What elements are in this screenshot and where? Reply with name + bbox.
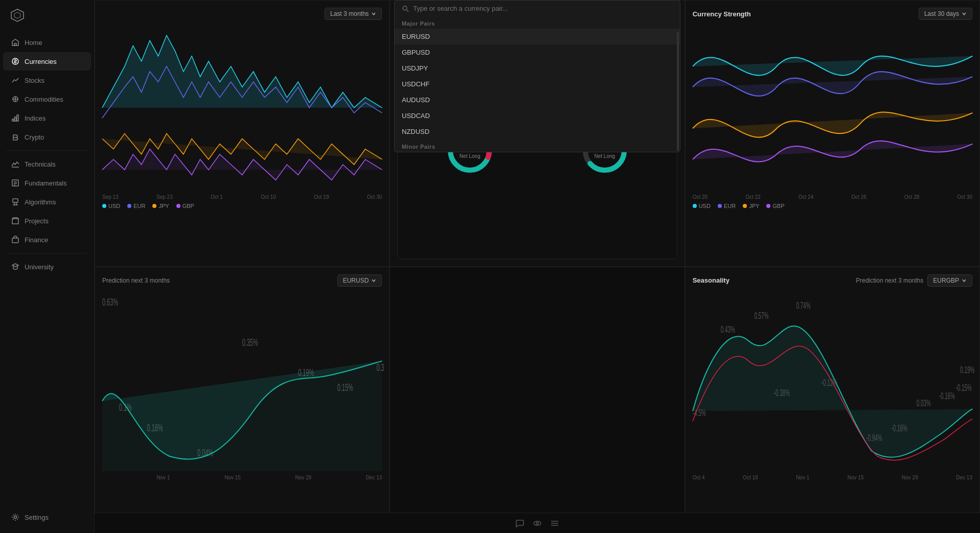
strength-legend-jpy: JPY bbox=[743, 203, 759, 209]
lev-label-1: Net Long bbox=[457, 153, 483, 159]
search-box: Major Pairs EURUSD GBPUSD USDJPY USDCHF … bbox=[394, 0, 680, 152]
currency-chart-panel: Last 3 months Sep 13 Sep bbox=[95, 0, 390, 267]
seasonality-pair-dropdown[interactable]: EURGBP bbox=[927, 274, 972, 287]
svg-text:0.19%: 0.19% bbox=[960, 364, 974, 375]
currency-strength-panel: Currency Strength Last 30 days bbox=[685, 0, 980, 267]
sidebar-item-university[interactable]: University bbox=[3, 258, 91, 276]
menu-icon-btn[interactable] bbox=[550, 519, 559, 528]
season-chevron-icon bbox=[962, 278, 967, 283]
svg-marker-1 bbox=[14, 12, 20, 18]
sidebar-label-university: University bbox=[25, 263, 54, 271]
sidebar-item-indices[interactable]: Indices bbox=[3, 109, 91, 127]
seasonality-pair-label: EURGBP bbox=[933, 277, 959, 284]
nav-divider-1 bbox=[6, 150, 88, 151]
svg-text:-0.15%: -0.15% bbox=[955, 383, 971, 393]
svg-text:0.63%: 0.63% bbox=[102, 297, 118, 308]
strength-timeframe-label: Last 30 days bbox=[924, 10, 959, 17]
seasonality-title: Seasonality bbox=[693, 276, 730, 284]
prediction-panel: Prediction next 3 months EURUSD 0.63% 0.… bbox=[95, 267, 390, 534]
svg-point-46 bbox=[534, 521, 541, 525]
chat-icon bbox=[515, 519, 525, 528]
search-item-audusd[interactable]: AUDUSD bbox=[395, 92, 680, 108]
sidebar-label-stocks: Stocks bbox=[25, 77, 44, 84]
svg-rect-14 bbox=[12, 238, 18, 243]
strength-chart-svg bbox=[693, 25, 972, 191]
seasonality-x-labels: Oct 4 Oct 18 Nov 1 Nov 15 Nov 29 Dec 13 bbox=[693, 475, 972, 480]
svg-rect-2 bbox=[14, 43, 16, 45]
svg-text:0.03%: 0.03% bbox=[917, 398, 931, 408]
empty-panel bbox=[390, 267, 685, 534]
sidebar: Home Currencies Stocks Commodities Indic… bbox=[0, 0, 95, 533]
sidebar-item-settings[interactable]: Settings bbox=[3, 508, 91, 526]
settings-label: Settings bbox=[25, 514, 49, 521]
sidebar-label-finance: Finance bbox=[25, 236, 48, 244]
logo bbox=[0, 0, 94, 31]
search-item-usdjpy[interactable]: USDJPY bbox=[395, 60, 680, 76]
currency-chart-legend: USD EUR JPY GBP bbox=[102, 203, 382, 209]
prediction-header: Prediction next 3 months EURUSD bbox=[102, 274, 382, 287]
legend-gbp: GBP bbox=[176, 203, 194, 209]
svg-text:-4.5%: -4.5% bbox=[693, 408, 706, 418]
search-input[interactable] bbox=[413, 5, 673, 12]
sidebar-item-fundamentals[interactable]: Fundamentals bbox=[3, 174, 91, 192]
prediction-x-labels: Nov 1 Nov 15 Nov 29 Dec 13 bbox=[102, 475, 382, 480]
seasonality-subtitle: Prediction next 3 months bbox=[856, 277, 923, 284]
strength-legend-eur: EUR bbox=[718, 203, 736, 209]
svg-line-17 bbox=[407, 10, 409, 12]
search-item-usdcad[interactable]: USDCAD bbox=[395, 108, 680, 124]
sidebar-item-algorithms[interactable]: Algorithms bbox=[3, 193, 91, 211]
seasonality-chart-area: -4.5% 0.43% 0.57% 0.74% -0.38% -0.12% -0… bbox=[693, 291, 972, 517]
svg-text:0.57%: 0.57% bbox=[754, 310, 768, 320]
currency-chart-header: Last 3 months bbox=[102, 8, 382, 20]
sidebar-item-commodities[interactable]: Commodities bbox=[3, 90, 91, 108]
eye-icon-btn[interactable] bbox=[533, 519, 542, 528]
svg-rect-13 bbox=[13, 199, 18, 202]
eye-icon bbox=[533, 519, 542, 528]
nav-divider-2 bbox=[6, 253, 88, 253]
svg-rect-5 bbox=[12, 119, 14, 121]
seasonality-header: Seasonality Prediction next 3 months EUR… bbox=[693, 274, 972, 287]
sidebar-label-indices: Indices bbox=[25, 114, 45, 122]
strength-header: Currency Strength Last 30 days bbox=[693, 8, 972, 20]
svg-text:0.74%: 0.74% bbox=[796, 300, 810, 311]
search-item-usdchf[interactable]: USDCHF bbox=[395, 76, 680, 92]
search-icon bbox=[402, 5, 409, 12]
svg-rect-7 bbox=[17, 115, 18, 121]
strength-timeframe-dropdown[interactable]: Last 30 days bbox=[919, 8, 972, 20]
chat-icon-btn[interactable] bbox=[515, 519, 525, 528]
search-input-row bbox=[394, 0, 680, 16]
sidebar-item-home[interactable]: Home bbox=[3, 33, 91, 52]
seasonality-chart-svg: -4.5% 0.43% 0.57% 0.74% -0.38% -0.12% -0… bbox=[693, 291, 972, 471]
svg-text:0.35%: 0.35% bbox=[242, 337, 258, 347]
strength-x-labels: Oct 20 Oct 22 Oct 24 Oct 26 Oct 28 Oct 3… bbox=[693, 194, 972, 200]
strength-title: Currency Strength bbox=[693, 10, 751, 18]
sidebar-item-technicals[interactable]: Technicals bbox=[3, 155, 91, 173]
main-content: Major Pairs EURUSD GBPUSD USDJPY USDCHF … bbox=[95, 0, 980, 533]
menu-icon bbox=[550, 519, 559, 528]
sidebar-item-currencies[interactable]: Currencies bbox=[3, 52, 91, 71]
legend-eur: EUR bbox=[127, 203, 145, 209]
prediction-pair-label: EURUSD bbox=[343, 277, 369, 284]
sidebar-label-currencies: Currencies bbox=[25, 58, 57, 65]
sidebar-item-projects[interactable]: Projects bbox=[3, 212, 91, 230]
search-item-eurusd[interactable]: EURUSD bbox=[395, 29, 680, 44]
currency-chart-area: Sep 13 Sep 23 Oct 1 Oct 10 Oct 19 Oct 30… bbox=[102, 25, 382, 246]
sidebar-item-crypto[interactable]: Crypto bbox=[3, 128, 91, 146]
timeframe-label: Last 3 months bbox=[330, 10, 369, 17]
sidebar-item-finance[interactable]: Finance bbox=[3, 230, 91, 249]
timeframe-dropdown[interactable]: Last 3 months bbox=[325, 8, 382, 20]
prediction-title: Prediction next 3 months bbox=[102, 277, 170, 284]
minor-pairs-label: Minor Pairs bbox=[395, 140, 680, 152]
sidebar-label-commodities: Commodities bbox=[25, 96, 63, 103]
search-item-nzdusd[interactable]: NZDUSD bbox=[395, 124, 680, 140]
search-item-gbpusd[interactable]: GBPUSD bbox=[395, 44, 680, 60]
strength-chevron-icon bbox=[962, 11, 967, 16]
svg-text:-0.12%: -0.12% bbox=[821, 378, 837, 388]
svg-text:-0.16%: -0.16% bbox=[939, 390, 954, 401]
legend-usd: USD bbox=[102, 203, 120, 209]
prediction-pair-dropdown[interactable]: EURUSD bbox=[337, 274, 382, 287]
svg-point-15 bbox=[14, 516, 17, 519]
sidebar-item-stocks[interactable]: Stocks bbox=[3, 71, 91, 89]
major-pairs-label: Major Pairs bbox=[395, 16, 680, 29]
search-scrollbar[interactable] bbox=[677, 32, 679, 151]
